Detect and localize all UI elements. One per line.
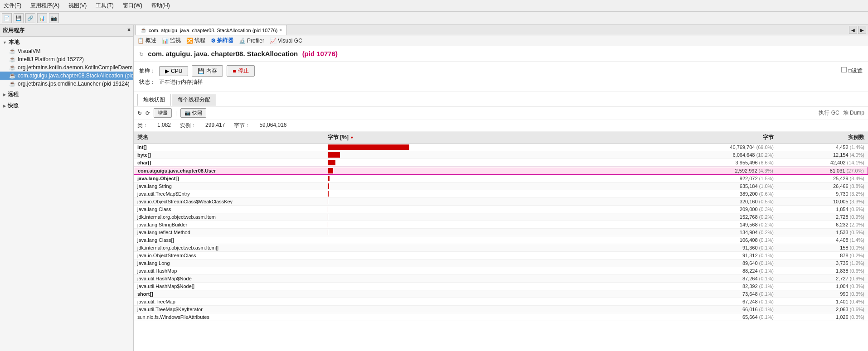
row-bytes: 91,360 (0.1%) [683, 245, 774, 250]
row-bar-fill [328, 207, 328, 212]
tab-close-icon[interactable]: × [279, 28, 282, 33]
menu-help[interactable]: 帮助(H) [150, 1, 172, 10]
exec-gc-button[interactable]: 执行 GC [819, 109, 839, 117]
stackalloc-icon: ☕ [9, 72, 16, 79]
snapshot-label: 快照 [192, 110, 202, 116]
sidebar-item-kotlin[interactable]: ☕ org.jetbrains.kotlin.daemon.KotlinComp… [0, 63, 133, 72]
nav-monitor[interactable]: 📊 监视 [162, 37, 181, 44]
table-row[interactable]: java.util.HashMap$Node[] 82,392 (0.1%) 1… [134, 283, 868, 290]
tab-nav-right[interactable]: ▶ [858, 26, 866, 34]
tab-nav-left[interactable]: ◀ [849, 26, 857, 34]
sidebar-close-icon[interactable]: × [127, 27, 131, 34]
stop-button[interactable]: ■ 停止 [227, 65, 254, 77]
sidebar-item-stackalloc[interactable]: ☕ com.atguigu.java.chapter08.StackAlloca… [0, 72, 133, 80]
table-row[interactable]: byte[] 6,064,648 (10.2%) 12,154 (4.0%) [134, 151, 868, 159]
table-row[interactable]: java.util.HashMap$Node 87,264 (0.1%) 2,7… [134, 275, 868, 283]
table-row[interactable]: java.util.TreeMap$KeyIterator 66,016 (0.… [134, 306, 868, 313]
instance-label: 实例： [180, 122, 196, 130]
sampler-prefix-label: 抽样： [139, 67, 155, 75]
table-row[interactable]: java.lang.Class[] 106,408 (0.1%) 4,408 (… [134, 236, 868, 244]
menu-view[interactable]: 视图(V) [67, 1, 88, 10]
tab-heap-chart[interactable]: 堆栈状图 [137, 94, 171, 106]
sub-toolbar: 📋 概述 📊 监视 🔀 线程 ⚙ 抽样器 🔬 Profiler 📈 Vis [134, 35, 868, 46]
col-instances-header[interactable]: 实例数 [774, 134, 864, 141]
snapshot-button[interactable]: 📷 快照 [180, 108, 206, 118]
sidebar-item-label: org.jetbrains.kotlin.daemon.KotlinCompil… [18, 64, 133, 71]
main-toolbar: 📄 💾 🔗 📊 📷 [0, 12, 868, 25]
table-row[interactable]: jdk.internal.org.objectweb.asm.Item 152,… [134, 213, 868, 221]
row-classname: java.lang.String [137, 183, 328, 189]
row-bytes: 91,312 (0.1%) [683, 253, 774, 258]
table-row[interactable]: java.lang.StringBuilder 149,568 (0.2%) 6… [134, 221, 868, 229]
table-row[interactable]: java.lang.Class 209,000 (0.3%) 1,854 (0.… [134, 206, 868, 213]
row-bar-fill [328, 199, 328, 204]
toolbar-btn-1[interactable]: 📄 [2, 13, 12, 23]
row-bar-container [328, 230, 409, 235]
row-bytes: 3,955,496 (6.6%) [683, 160, 774, 165]
second-tabs: 堆栈状图 每个线程分配 [134, 92, 868, 106]
sidebar-group-snapshot-header[interactable]: ▶ 快照 [0, 101, 133, 111]
toolbar-btn-3[interactable]: 🔗 [25, 13, 35, 23]
sidebar-item-visualvm[interactable]: ☕ VisualVM [0, 47, 133, 55]
table-row[interactable]: com.atguigu.java.chapter08.User 2,592,99… [134, 167, 868, 175]
settings-checkbox[interactable] [841, 67, 847, 72]
table-row[interactable]: jdk.internal.org.objectweb.asm.Item[] 91… [134, 244, 868, 252]
row-bytes: 67,248 (0.1%) [683, 299, 774, 304]
sidebar-group-local: ▼ 本地 ☕ VisualVM ☕ IntelliJ Platform (pid… [0, 37, 133, 89]
increment-button[interactable]: 增量 [154, 108, 172, 118]
nav-threads[interactable]: 🔀 线程 [186, 37, 205, 44]
title-refresh-icon[interactable]: ↻ [139, 51, 144, 58]
stop-label: 停止 [238, 67, 249, 75]
toolbar-btn-5[interactable]: 📷 [49, 13, 59, 23]
table-row[interactable]: java.lang.reflect.Method 134,904 (0.2%) … [134, 229, 868, 236]
sidebar-item-intellij[interactable]: ☕ IntelliJ Platform (pid 15272) [0, 55, 133, 63]
sidebar-item-launcher[interactable]: ☕ org.jetbrains.jps.cmdline.Launcher (pi… [0, 80, 133, 88]
table-row[interactable]: java.util.TreeMap$Entry 389,200 (0.6%) 9… [134, 190, 868, 198]
status-row: 状态： 正在进行内存抽样 [139, 78, 863, 86]
table-row[interactable]: java.io.ObjectStreamClass$WeakClassKey 3… [134, 198, 868, 206]
sidebar-group-local-header[interactable]: ▼ 本地 [0, 38, 133, 47]
delta-icon[interactable]: ⟳ [145, 110, 150, 116]
memory-sample-button[interactable]: 💾 内存 [192, 65, 223, 77]
row-classname: java.util.TreeMap$KeyIterator [137, 307, 328, 312]
nav-visual-gc[interactable]: 📈 Visual GC [270, 38, 302, 44]
table-row[interactable]: char[] 3,955,496 (6.6%) 42,402 (14.1%) [134, 159, 868, 167]
cpu-sample-button[interactable]: ▶ CPU [159, 66, 188, 76]
col-classname-header[interactable]: 类名 [137, 134, 328, 141]
row-bar-container [328, 160, 409, 165]
nav-sampler[interactable]: ⚙ 抽样器 [211, 37, 233, 44]
nav-overview[interactable]: 📋 概述 [137, 37, 156, 44]
row-bar-fill [328, 183, 329, 189]
col-bytes-header[interactable]: 字节 [683, 134, 774, 141]
tab-per-thread[interactable]: 每个线程分配 [172, 94, 216, 106]
menu-file[interactable]: 文件(F) [2, 1, 23, 10]
snapshot-icon: 📷 [184, 110, 191, 116]
toolbar-btn-2[interactable]: 💾 [14, 13, 24, 23]
toolbar-btn-4[interactable]: 📊 [37, 13, 47, 23]
table-row[interactable]: short[] 73,648 (0.1%) 990 (0.3%) [134, 290, 868, 298]
row-instances: 12,154 (4.0%) [774, 152, 864, 158]
col-bytes-pct-header[interactable]: 字节 [%] ▼ [328, 134, 683, 141]
overview-label: 概述 [145, 37, 156, 44]
stats-row: 类： 1,082 实例： 299,417 字节： 59,064,016 [134, 120, 868, 132]
table-row[interactable]: java.lang.Long 89,640 (0.1%) 3,735 (1.2%… [134, 260, 868, 267]
table-row[interactable]: java.lang.Object[] 922,072 (1.5%) 25,429… [134, 175, 868, 183]
sidebar-group-remote-header[interactable]: ▶ 远程 [0, 90, 133, 99]
table-row[interactable]: java.io.ObjectStreamClass 91,312 (0.1%) … [134, 252, 868, 260]
menu-window[interactable]: 窗口(W) [121, 1, 144, 10]
sampler-nav-icon: ⚙ [211, 38, 216, 44]
nav-profiler[interactable]: 🔬 Profiler [239, 38, 264, 44]
remote-arrow-icon: ▶ [3, 92, 6, 97]
menu-app[interactable]: 应用程序(A) [29, 1, 61, 10]
table-row[interactable]: java.util.HashMap 88,224 (0.1%) 1,838 (0… [134, 267, 868, 275]
heap-dump-button[interactable]: 堆 Dump [843, 109, 864, 117]
refresh-icon[interactable]: ↻ [137, 110, 142, 116]
table-row[interactable]: java.util.TreeMap 67,248 (0.1%) 1,401 (0… [134, 298, 868, 306]
table-row[interactable]: java.lang.String 635,184 (1.0%) 26,466 (… [134, 183, 868, 190]
table-row[interactable]: sun.nio.fs.WindowsFileAttributes 65,664 … [134, 313, 868, 321]
menu-tools[interactable]: 工具(T) [94, 1, 115, 10]
row-bytes: 389,200 (0.6%) [683, 191, 774, 197]
row-bytes: 82,392 (0.1%) [683, 284, 774, 289]
table-row[interactable]: int[] 40,769,704 (69.0%) 4,452 (1.4%) [134, 144, 868, 151]
main-tab[interactable]: ☕ com. atguigu. java. chapter08. StackAl… [136, 25, 287, 35]
